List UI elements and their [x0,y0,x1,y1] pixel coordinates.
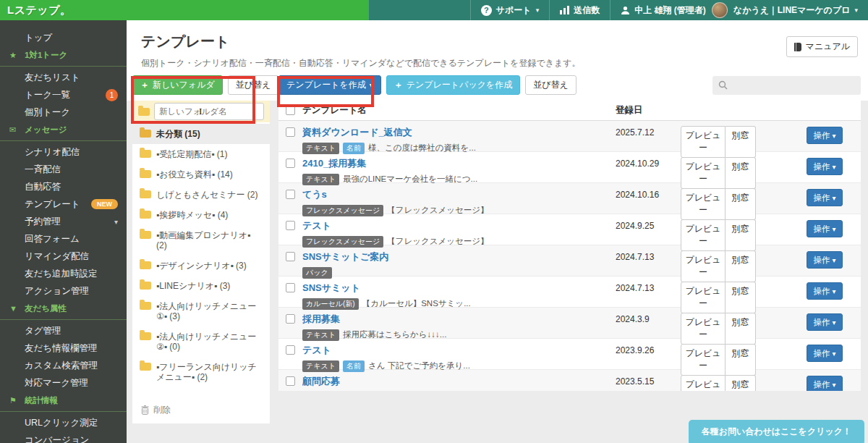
open-window-button[interactable]: 別窓 [726,344,756,376]
contact-button[interactable]: 各種お問い合わせはここをクリック！ [689,420,864,443]
divider [0,411,127,412]
preview-button[interactable]: プレビュー [681,250,726,282]
sidebar-item[interactable]: 対応マーク管理 [0,374,127,392]
action-button[interactable]: 操作 ▾ [807,282,843,300]
open-window-button[interactable]: 別窓 [726,282,756,313]
sidebar-item[interactable]: ★1対1トーク [0,46,127,64]
folder-sort-button[interactable]: 並び替え [228,75,279,95]
template-link[interactable]: 資料ダウンロード_返信文 [302,127,412,138]
folder-panel: I 未分類 (15)▪受託定期配信▪ (1)▪お役立ち資料▪ (14)しげともさ… [132,101,270,423]
row-checkbox[interactable] [286,221,295,230]
template-link[interactable]: テスト [302,220,331,231]
action-button[interactable]: 操作 ▾ [807,127,843,144]
folder-item[interactable]: ▪お役立ち資料▪ (14) [132,164,270,185]
folder-item[interactable]: ▪受託定期配信▪ (1) [132,144,270,164]
template-link[interactable]: テスト [302,345,331,355]
folder-item[interactable]: 未分類 (15) [132,124,270,144]
open-window-button[interactable]: 別窓 [726,219,756,251]
sidebar-item[interactable]: テンプレートNEW [0,195,127,213]
row-checkbox[interactable] [286,159,295,168]
open-window-button[interactable]: 別窓 [726,375,756,391]
folder-item[interactable]: ▪挨拶時メッセ▪ (4) [132,205,270,225]
sidebar-item[interactable]: リマインダ配信 [0,248,127,265]
template-link[interactable]: SNSサミットご案内 [302,251,388,262]
folder-item[interactable]: ▪法人向けリッチメニュー②▪ (0) [132,326,270,357]
template-link[interactable]: SNSサミット [302,282,360,293]
send-count-menu[interactable]: 送信数 [549,0,610,20]
sidebar-item[interactable]: 友だち情報欄管理 [0,339,127,357]
preview-button[interactable]: プレビュー [681,219,726,251]
row-checkbox[interactable] [286,283,295,292]
sidebar-item[interactable]: 自動応答 [0,178,127,195]
template-link[interactable]: 顧問応募 [302,376,340,387]
open-window-button[interactable]: 別窓 [726,157,756,189]
action-button[interactable]: 操作 ▾ [807,251,843,269]
folder-item[interactable]: ▪デザインシナリオ▪ (3) [132,256,270,276]
sidebar-item[interactable]: 予約管理▾ [0,213,127,230]
sidebar-item[interactable]: 回答フォーム [0,230,127,248]
row-checkbox[interactable] [286,127,295,137]
sidebar-item-label: 個別トーク [25,106,70,119]
sidebar-item[interactable]: カスタム検索管理 [0,357,127,374]
sidebar-item[interactable]: ✉メッセージ [0,121,127,138]
preview-button[interactable]: プレビュー [681,282,726,313]
sidebar-item[interactable]: 個別トーク [0,104,127,121]
open-window-button[interactable]: 別窓 [726,313,756,345]
folder-item[interactable]: ▪LINEシナリオ▪ (3) [132,276,270,296]
manual-button[interactable]: マニュアル [786,36,858,57]
sidebar-item[interactable]: コンバージョン [0,431,127,443]
folder-item[interactable]: ▪動画編集プロシナリオ▪ (2) [132,225,270,256]
new-folder-button[interactable]: ＋ 新しいフォルダ [132,75,223,95]
support-menu[interactable]: ? サポート ▾ [470,0,549,20]
app-logo[interactable]: Lステップ。 [7,4,72,17]
preview-button[interactable]: プレビュー [681,344,726,376]
open-window-button[interactable]: 別窓 [726,250,756,282]
action-button[interactable]: 操作 ▾ [807,313,843,331]
sidebar-item[interactable]: 友だちリスト [0,69,127,86]
preview-button[interactable]: プレビュー [681,157,726,189]
sidebar-item[interactable]: 一斉配信 [0,161,127,178]
preview-button[interactable]: プレビュー [681,375,726,391]
user-menu[interactable]: 中上 雄翔 (管理者) なかうえ｜LINEマーケのプロ ▾ [610,0,868,20]
sidebar-item[interactable]: シナリオ配信 [0,143,127,161]
sidebar-item[interactable]: ▼友だち属性 [0,300,127,317]
create-template-button[interactable]: テンプレートを作成 ▾ [278,75,381,95]
open-window-button[interactable]: 別窓 [726,188,756,220]
sidebar-item[interactable]: トーク一覧1 [0,86,127,104]
create-pack-button[interactable]: ＋ テンプレートパックを作成 [386,75,521,95]
preview-button[interactable]: プレビュー [681,126,726,158]
row-checkbox[interactable] [286,376,295,386]
open-window-button[interactable]: 別窓 [726,126,756,158]
template-link[interactable]: 採用募集 [302,313,340,324]
template-link[interactable]: てうs [302,189,327,200]
row-checkbox[interactable] [286,345,295,355]
row-checkbox[interactable] [286,190,295,199]
action-button[interactable]: 操作 ▾ [807,158,843,175]
action-button[interactable]: 操作 ▾ [807,189,843,206]
action-button[interactable]: 操作 ▾ [807,220,843,237]
preview-button[interactable]: プレビュー [681,188,726,220]
folder-icon [140,170,151,178]
action-button[interactable]: 操作 ▾ [807,345,843,362]
folder-item[interactable]: しげともさんセミナー (2) [132,185,270,205]
template-sort-button[interactable]: 並び替え [525,75,576,95]
template-link[interactable]: 2410_採用募集 [302,158,366,169]
search-input[interactable] [732,80,855,91]
delete-folder-button[interactable]: 削除 [132,398,270,423]
sidebar-item[interactable]: アクション管理 [0,282,127,300]
sidebar-item[interactable]: トップ [0,29,127,46]
sidebar-item[interactable]: URLクリック測定 [0,414,127,431]
row-checkbox[interactable] [286,314,295,324]
sidebar-item[interactable]: タグ管理 [0,322,127,339]
row-checkbox[interactable] [286,252,295,261]
sidebar-item-label: アクション管理 [25,285,89,298]
sidebar-item[interactable]: 友だち追加時設定 [0,265,127,282]
preview-button[interactable]: プレビュー [681,313,726,345]
select-all-checkbox[interactable] [286,106,295,115]
folder-item[interactable]: ▪フリーランス向けリッチメニュー▪ (2) [132,357,270,387]
help-icon: ? [481,5,492,16]
sidebar-item[interactable]: ⚑統計情報 [0,392,127,409]
folder-item[interactable]: ▪法人向けリッチメニュー①▪ (3) [132,296,270,326]
action-button[interactable]: 操作 ▾ [807,376,843,391]
new-folder-input[interactable] [154,103,264,120]
